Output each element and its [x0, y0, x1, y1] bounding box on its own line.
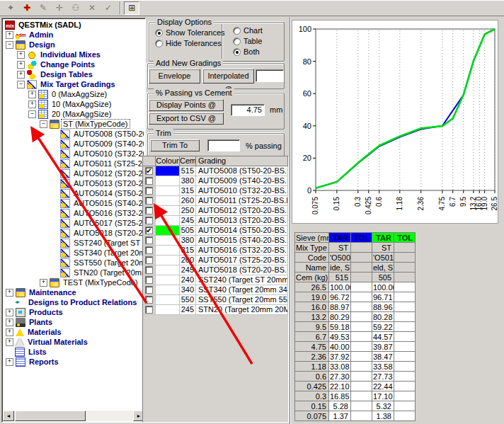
tree-item-20-maxaggsize[interactable]: −20 (MaxAggSize) [4, 109, 144, 119]
grid-row[interactable]: 245STN20 (Target 20mm 20MPa, L' [143, 305, 288, 315]
tree-item-stn20-target-20mm[interactable]: STN20 (Target 20mm [4, 268, 144, 277]
radio-hide-tolerances[interactable]: Hide Tolerances [155, 39, 222, 47]
grading-checkbox-cell[interactable]: ✔ [143, 166, 156, 176]
checkbox-unchecked-icon[interactable] [145, 276, 153, 284]
copy-mix-icon[interactable]: ✛ [52, 1, 67, 15]
tree-item-reports[interactable]: +Reports [4, 357, 144, 367]
sieve-size-input[interactable]: 4.75 [231, 104, 265, 116]
tree-item-10-maxaggsize[interactable]: +10 (MaxAggSize) [4, 99, 144, 109]
trim-to-button[interactable]: Trim To [150, 139, 200, 151]
collapse-icon[interactable]: − [28, 110, 36, 118]
tree-item-materials[interactable]: +Materials [4, 327, 144, 337]
grading-checkbox-cell[interactable] [143, 216, 156, 226]
tree-item-products[interactable]: +Products [4, 307, 144, 317]
grid-row[interactable]: 550SST550 (Target 20mm 550kg R [143, 295, 288, 305]
checkbox-unchecked-icon[interactable] [145, 217, 153, 224]
grading-checkbox-cell[interactable] [143, 196, 156, 206]
expand-icon[interactable]: + [6, 309, 13, 316]
grid-row[interactable]: 380AUTO5015 (ST40-20-BS.R S14 [143, 236, 288, 246]
checkbox-unchecked-icon[interactable] [145, 187, 153, 195]
tree-item-sst340-target-20m[interactable]: SST340 (Target 20m [4, 248, 144, 258]
delete-icon[interactable]: ✕ [84, 1, 100, 15]
expand-icon[interactable]: + [28, 101, 36, 108]
grading-checkbox-cell[interactable] [143, 295, 156, 305]
interpolated-button[interactable]: Interpolated @ [202, 69, 254, 84]
tree-item-design-tables[interactable]: +Design Tables [4, 69, 144, 79]
tree-item-design[interactable]: −Design [4, 40, 144, 50]
tree-item-auto5008-st50-20[interactable]: AUTO5008 (ST50-20 [4, 129, 144, 139]
apply-icon[interactable]: ✓ [101, 1, 116, 15]
tree-item-auto5014-st50-20[interactable]: AUTO5014 (ST50-20 [4, 188, 144, 198]
grading-checkbox-cell[interactable] [143, 275, 156, 285]
expand-icon[interactable]: + [17, 71, 25, 79]
tree-item-auto5009-st40-20[interactable]: AUTO5009 (ST40-20 [4, 139, 144, 149]
collapse-icon[interactable]: − [40, 120, 47, 128]
checkbox-unchecked-icon[interactable] [145, 286, 153, 294]
expand-icon[interactable]: + [17, 61, 25, 69]
tree-item-0-maxaggsize[interactable]: +0 (MaxAggSize) [4, 89, 144, 99]
tree-item-auto5012-st20-20[interactable]: AUTO5012 (ST20-20 [4, 168, 144, 178]
tree-item-designs-to-product-relations[interactable]: ◂▸Designs to Product Relations [4, 297, 144, 307]
tree-item-auto5018-st20-20[interactable]: AUTO5018 (ST20-20 [4, 228, 144, 238]
tree-horizontal-scrollbar[interactable]: ◄ ► [3, 411, 144, 421]
tree-item-sst240-target-st-2[interactable]: SST240 (Target ST 2 [4, 238, 144, 248]
grid-row[interactable]: 315AUTO5010 (ST32-20-BS.LG S1 [143, 186, 288, 196]
envelope-button[interactable]: Envelope [149, 69, 200, 84]
tree-item-plants[interactable]: +Plants [4, 317, 144, 327]
checkbox-unchecked-icon[interactable] [145, 236, 153, 244]
grid-row[interactable]: 260AUTO5011 (ST25-20-BS.LG S1 [143, 196, 288, 206]
tree-item-individual-mixes[interactable]: +Individual Mixes [4, 50, 144, 59]
grading-checkbox-cell[interactable] [143, 186, 156, 196]
expand-icon[interactable]: + [6, 289, 13, 297]
expand-icon[interactable]: + [40, 279, 47, 287]
radio-show-tolerances[interactable]: Show Tolerances [155, 28, 225, 37]
expand-icon[interactable]: + [17, 51, 25, 59]
expand-icon[interactable]: + [28, 91, 36, 98]
grid-row[interactable]: 245AUTO5013 (ST20-20-BS.LG S1 [143, 216, 288, 226]
checkbox-checked-icon[interactable]: ✔ [145, 167, 153, 175]
grading-checkbox-cell[interactable] [143, 176, 156, 186]
grid-row[interactable]: ✔515AUTO5008 (ST50-20-BS.LG S1 [143, 166, 288, 176]
grid-row[interactable]: 380AUTO5009 (ST40-20-BS.LG S1 [143, 176, 288, 186]
export-csv-button[interactable]: Export to CSV @ [149, 113, 224, 125]
tree-item-lists[interactable]: Lists [4, 347, 144, 357]
grading-checkbox-cell[interactable] [143, 265, 156, 275]
edit-mix-icon[interactable]: ✎ [35, 1, 51, 15]
new-mix-icon[interactable]: ✚ [19, 1, 35, 15]
grading-checkbox-cell[interactable] [143, 236, 156, 246]
expand-icon[interactable]: + [6, 328, 13, 336]
expand-icon[interactable]: + [6, 31, 13, 39]
trim-value-input[interactable] [207, 139, 240, 151]
tree-item-qestmix-sadl[interactable]: mixQESTMix (SADL) [4, 20, 144, 30]
assign-users-icon[interactable]: ⚇ [68, 1, 84, 15]
grid-row[interactable]: ✔505AUTO5014 (ST50-20-BS.R S14 [143, 226, 288, 236]
grid-row[interactable]: 250AUTO5012 (ST20-20-BS.SS S1 [143, 206, 288, 216]
expand-icon[interactable]: + [6, 319, 13, 326]
grading-checkbox-cell[interactable] [143, 285, 156, 295]
tree-item-st-mixtypecode[interactable]: −ST (MixTypeCode) [4, 119, 144, 129]
grid-row[interactable]: 260AUTO5017 (ST25-20-BS.R S14 [143, 256, 288, 265]
checkbox-unchecked-icon[interactable] [145, 207, 153, 214]
checkbox-unchecked-icon[interactable] [145, 256, 153, 264]
grading-checkbox-cell[interactable]: ✔ [143, 226, 156, 236]
grading-checkbox-cell[interactable] [143, 305, 156, 315]
grid-row[interactable]: 240SST240 (Target ST 20mm 240k [143, 275, 288, 285]
radio-chart[interactable]: Chart [233, 26, 263, 35]
checkbox-unchecked-icon[interactable] [145, 306, 153, 314]
tree-view-icon[interactable]: ⊞ [124, 1, 139, 15]
mix-tool-icon[interactable]: ✦ [3, 1, 18, 15]
checkbox-checked-icon[interactable]: ✔ [145, 227, 153, 234]
collapse-icon[interactable]: − [6, 41, 13, 49]
tree-item-virtual-materials[interactable]: +Virtual Materials [4, 337, 144, 347]
checkbox-unchecked-icon[interactable] [145, 177, 153, 185]
tree-item-auto5015-st40-20[interactable]: AUTO5015 (ST40-20 [4, 198, 144, 208]
tree-item-sst550-target-20m[interactable]: SST550 (Target 20m [4, 258, 144, 268]
scrollbar-thumb[interactable] [15, 411, 86, 421]
checkbox-unchecked-icon[interactable] [145, 296, 153, 304]
grading-checkbox-cell[interactable] [143, 246, 156, 256]
grading-checkbox-cell[interactable] [143, 256, 156, 265]
expand-icon[interactable]: + [6, 338, 13, 346]
tree-item-change-points[interactable]: +Change Points [4, 59, 144, 69]
tree-item-auto5016-st32-20[interactable]: AUTO5016 (ST32-20 [4, 208, 144, 218]
scroll-left-button[interactable]: ◄ [3, 411, 14, 421]
